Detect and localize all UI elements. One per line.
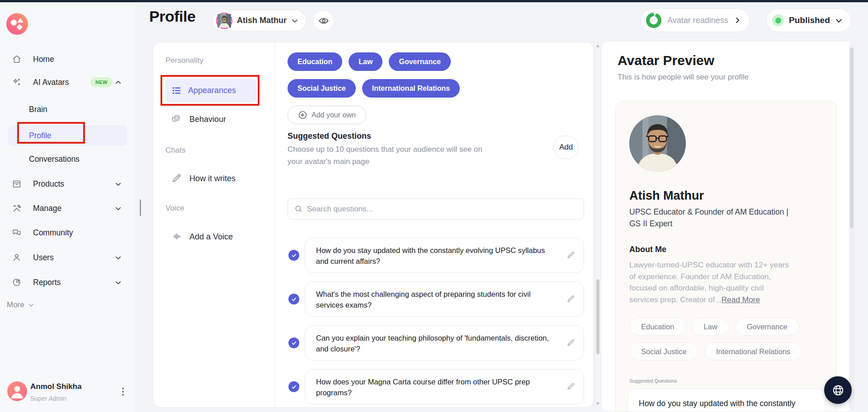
main-scrollbar[interactable]: [595, 42, 600, 407]
question-text: How do you stay updated with the constan…: [316, 246, 545, 265]
publish-status-dropdown[interactable]: Published: [766, 9, 851, 32]
products-icon: [12, 179, 22, 189]
subnav-item-appearances[interactable]: Appearances: [165, 79, 256, 103]
suggested-questions-subtitle: Choose up to 10 questions that your audi…: [288, 143, 493, 168]
question-card[interactable]: What's the most challenging aspect of pr…: [305, 281, 584, 317]
read-more-link[interactable]: Read More: [722, 295, 760, 304]
chevron-down-icon[interactable]: [115, 205, 122, 212]
chevron-down-icon[interactable]: [115, 181, 122, 187]
preview-scrollbar[interactable]: [849, 43, 854, 409]
preview-topic-tags: Education Law Governance Social Justice …: [629, 318, 833, 360]
sidebar-item-reports[interactable]: Reports: [0, 272, 135, 292]
subnav-item-how-it-writes[interactable]: How it writes: [171, 170, 236, 187]
question-checkbox[interactable]: [288, 250, 299, 261]
sidebar-item-profile[interactable]: Profile: [0, 125, 135, 146]
question-search[interactable]: [288, 198, 584, 220]
chevron-down-icon[interactable]: [115, 279, 122, 286]
sidebar-item-ai-avatars[interactable]: AI Avatars NEW: [0, 72, 135, 92]
edit-pencil-icon[interactable]: [566, 382, 576, 391]
question-card[interactable]: How does your Magna Carta course differ …: [305, 369, 584, 404]
topic-tags: Education Law Governance Social Justice …: [288, 52, 505, 124]
plus-circle-icon: [298, 110, 307, 120]
search-input[interactable]: [307, 205, 577, 214]
preview-tag: International Relations: [704, 342, 802, 360]
chevron-right-icon: [734, 17, 741, 24]
chevron-down-icon: [28, 302, 34, 308]
sidebar-more-button[interactable]: More: [7, 300, 34, 309]
topic-tag[interactable]: Governance: [389, 52, 450, 71]
pencil-icon: [171, 173, 182, 184]
preview-question-text: How do you stay updated with the constan…: [639, 399, 795, 408]
scrollbar-thumb[interactable]: [596, 279, 599, 354]
preview-avatar-name: Atish Mathur: [629, 189, 704, 203]
add-question-button[interactable]: Add: [553, 136, 579, 159]
question-checkbox[interactable]: [288, 294, 299, 304]
question-card[interactable]: How do you stay updated with the constan…: [305, 238, 584, 273]
sidebar-item-label: Conversations: [29, 154, 80, 164]
floating-globe-button[interactable]: [824, 376, 852, 404]
logo-icon: [6, 13, 28, 35]
subnav-item-label: Behaviour: [189, 115, 226, 124]
kebab-menu-icon[interactable]: [118, 385, 127, 398]
edit-pencil-icon[interactable]: [566, 251, 576, 260]
tools-icon: [12, 203, 22, 213]
search-icon: [294, 205, 303, 213]
edit-pencil-icon[interactable]: [566, 295, 576, 304]
question-text: What's the most challenging aspect of pr…: [316, 290, 531, 309]
list-icon: [171, 85, 182, 96]
avatar-photo: [629, 115, 686, 172]
sidebar-item-label: Products: [33, 179, 64, 189]
preview-tag: Social Justice: [629, 342, 698, 360]
preview-question-card[interactable]: How do you stay updated with the constan…: [627, 389, 826, 412]
page-title: Profile: [149, 8, 195, 25]
app-logo[interactable]: [6, 13, 28, 35]
sidebar-item-brain[interactable]: Brain: [0, 99, 135, 119]
more-label: More: [7, 300, 24, 309]
sidebar-item-label: AI Avatars: [33, 78, 69, 87]
subnav-section-personality: Personality: [165, 56, 203, 65]
sidebar-item-manage[interactable]: Manage: [0, 198, 135, 218]
eye-icon: [318, 15, 329, 26]
question-checkbox[interactable]: [288, 337, 299, 348]
chevron-up-icon[interactable]: [115, 79, 122, 86]
sidebar-item-conversations[interactable]: Conversations: [0, 149, 135, 169]
subnav-item-label: Appearances: [188, 86, 236, 95]
panel-drag-handle[interactable]: [140, 199, 141, 216]
sidebar-item-community[interactable]: Community: [0, 223, 135, 243]
masks-icon: [171, 114, 182, 125]
preview-tag: Governance: [735, 318, 799, 336]
sidebar-item-label: Home: [33, 55, 54, 64]
globe-icon: [831, 384, 845, 397]
avatar-selector[interactable]: Atish Mathur: [212, 10, 306, 31]
home-icon: [12, 54, 22, 64]
edit-pencil-icon[interactable]: [566, 338, 576, 347]
sidebar-item-products[interactable]: Products: [0, 174, 135, 194]
topic-tag[interactable]: Education: [288, 52, 342, 71]
subnav-item-behaviour[interactable]: Behaviour: [171, 111, 226, 127]
topic-tag[interactable]: Law: [349, 52, 382, 71]
avatar-preview-panel: Avatar Preview This is how people will s…: [601, 41, 853, 412]
avatar-readiness-button[interactable]: Avatar readiness: [641, 9, 750, 32]
chevron-down-icon: [835, 17, 843, 24]
preview-eye-button[interactable]: [313, 10, 334, 31]
pie-chart-icon: [12, 277, 22, 287]
chevron-down-icon: [291, 17, 298, 24]
user-role: Super Admin: [30, 395, 66, 402]
sidebar-item-users[interactable]: Users: [0, 248, 135, 267]
sidebar-item-label: Users: [33, 253, 54, 262]
subnav-item-add-a-voice[interactable]: Add a Voice: [171, 229, 233, 245]
topic-tag[interactable]: International Relations: [362, 79, 460, 98]
add-your-own-tag-button[interactable]: Add your own: [288, 106, 366, 124]
scroll-up-arrow[interactable]: [596, 44, 600, 48]
scrollbar-thumb[interactable]: [850, 47, 854, 228]
sidebar-item-home[interactable]: Home: [0, 49, 135, 69]
topic-tag[interactable]: Social Justice: [288, 79, 356, 98]
new-badge: NEW: [90, 77, 113, 87]
chevron-down-icon[interactable]: [115, 254, 122, 261]
question-checkbox[interactable]: [288, 381, 299, 392]
avatar-thumbnail: [216, 13, 232, 29]
question-card[interactable]: Can you explain your teaching philosophy…: [305, 325, 584, 360]
status-label: Published: [789, 15, 830, 25]
scroll-down-arrow[interactable]: [596, 402, 600, 406]
preview-avatar-headline: UPSC Educator & Founder of AM Education …: [629, 206, 797, 229]
